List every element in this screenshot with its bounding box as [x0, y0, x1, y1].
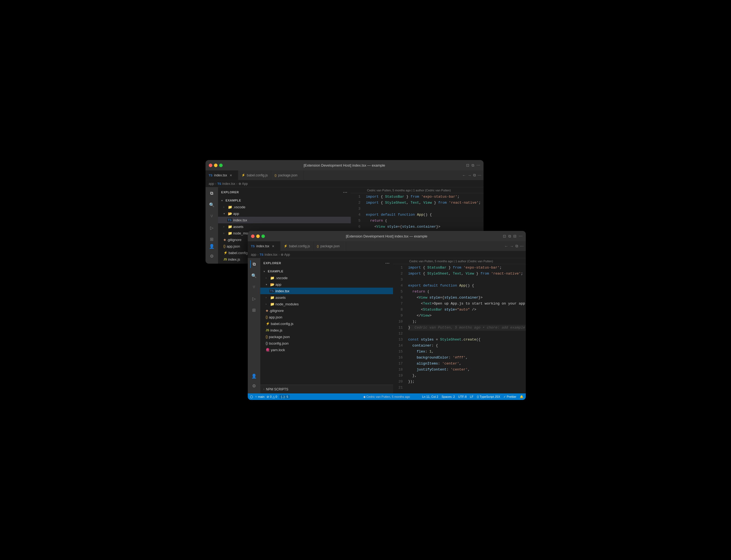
tree-assets[interactable]: › 📁 assets [218, 223, 351, 230]
split-icon[interactable]: ⧉ [471, 163, 474, 168]
tree-node-modules-fg[interactable]: › 📁 node_modules [260, 301, 393, 307]
file-name-fg: index.js [271, 328, 282, 332]
git-file-icon-fg: ◈ [266, 309, 268, 312]
tree-vscode[interactable]: › 📁 .vscode [218, 204, 351, 210]
folder-arrow-fg: › [266, 296, 269, 299]
tab-package-json-fg[interactable]: {} package.json [314, 241, 346, 251]
line-numbers-fg: 12345 678910 1112131415 1617181920 21 [393, 264, 406, 393]
go-back-icon[interactable]: ← [462, 173, 466, 177]
tree-workspace-fg[interactable]: ▾ EXAMPLE [260, 268, 393, 275]
split-icon-fg[interactable]: ⧉ [508, 234, 511, 239]
tab-close-icon[interactable]: × [230, 173, 232, 177]
split-editor-icon[interactable]: ⧉ [473, 173, 476, 177]
tree-vscode-fg[interactable]: › 📁 .vscode [260, 275, 393, 281]
file-name: assets [233, 225, 244, 229]
close-button-fg[interactable] [251, 234, 255, 238]
tree-tsconfig-fg[interactable]: {} tsconfig.json [260, 340, 393, 347]
maximize-button[interactable] [219, 164, 223, 167]
explorer-header-fg: EXPLORER ⋯ [260, 258, 393, 268]
folder-icon: 📁 [228, 225, 232, 229]
git-blame-fg: Cedric van Putten, 5 months ago | 1 auth… [393, 258, 526, 264]
tree-workspace[interactable]: ▾ EXAMPLE [218, 197, 351, 204]
tree-index-tsx-fg[interactable]: TS index.tsx [260, 288, 393, 294]
explorer-panel-fg: EXPLORER ⋯ ▾ EXAMPLE › 📁 .vscode [260, 258, 393, 393]
search-icon-fg[interactable]: 🔍 [250, 272, 258, 279]
activity-bar-fg: ⧉ 🔍 ⑂ ▷ ⊞ 👤 ⚙ [248, 258, 260, 393]
status-ext-badge[interactable]: {..}: 5 [279, 395, 290, 399]
minimize-button-fg[interactable] [256, 234, 260, 238]
settings-icon-fg[interactable]: ⚙ [250, 382, 258, 390]
status-encoding[interactable]: UTF-8 [458, 395, 466, 398]
tree-assets-fg[interactable]: › 📁 assets [260, 294, 393, 301]
more-tabs-icon[interactable]: ⋯ [477, 173, 481, 177]
account-icon[interactable]: 👤 [208, 242, 216, 250]
file-name-fg: .gitignore [269, 309, 284, 313]
status-cursor-pos[interactable]: Ln 11, Col 2 [422, 395, 438, 398]
debug-icon-fg[interactable]: ▷ [250, 295, 258, 302]
split-editor-icon-fg[interactable]: ⧉ [515, 244, 518, 248]
go-back-icon-fg[interactable]: ← [504, 244, 508, 248]
status-formatter[interactable]: ✓ Prettier [503, 395, 516, 399]
tab-index-tsx-fg[interactable]: TS index.tsx × [248, 241, 281, 251]
search-icon[interactable]: 🔍 [208, 201, 216, 209]
explorer-more-icon-fg[interactable]: ⋯ [385, 261, 390, 266]
debug-icon[interactable]: ▷ [208, 224, 216, 231]
explorer-more-icon[interactable]: ⋯ [343, 190, 348, 195]
tree-index-js-fg[interactable]: JS index.js [260, 327, 393, 333]
git-icon[interactable]: ⑂ [208, 212, 216, 220]
go-forward-icon[interactable]: → [468, 173, 471, 177]
tree-package-json-fg[interactable]: {} package.json [260, 333, 393, 340]
tree-gitignore-fg[interactable]: ◈ .gitignore [260, 307, 393, 314]
npm-scripts-section[interactable]: › NPM SCRIPTS [260, 385, 393, 393]
explorer-icon[interactable]: ⧉ [208, 189, 216, 197]
traffic-lights-bg [209, 164, 223, 167]
status-bell-icon[interactable]: 🔔 [520, 395, 523, 399]
git-icon-fg[interactable]: ⑂ [250, 283, 258, 291]
tree-yarn-lock-fg[interactable]: 🧶 yarn.lock [260, 347, 393, 353]
go-forward-icon-fg[interactable]: → [510, 244, 514, 248]
status-language[interactable]: ⟨⟩ TypeScript JSX [477, 395, 500, 399]
tab-package-json[interactable]: {} package.json [271, 170, 304, 180]
tree-babel-fg[interactable]: ⚡ babel.config.js [260, 320, 393, 327]
extensions-icon[interactable]: ⊞ [208, 235, 216, 243]
maximize-button-fg[interactable] [262, 234, 265, 238]
layout-icon-fg[interactable]: ⊡ [503, 234, 506, 238]
status-errors[interactable]: ⊘ 0 △ 0 [267, 395, 277, 399]
account-icon-fg[interactable]: 👤 [250, 372, 258, 380]
status-spaces[interactable]: Spaces: 2 [441, 395, 455, 398]
tab-index-tsx[interactable]: TS index.tsx × [206, 170, 238, 180]
title-bar-actions: ⊡ ⧉ ⋯ [466, 163, 480, 168]
extensions-icon-fg[interactable]: ⊞ [250, 306, 258, 314]
git-branch-name: main [258, 395, 265, 398]
folder-icon-fg: 📁 [270, 276, 275, 280]
layout2-icon-fg[interactable]: ⊟ [513, 234, 516, 238]
tree-index-tsx[interactable]: TS index.tsx [218, 217, 351, 223]
git-file-icon: ◈ [224, 238, 226, 242]
tree-app-fg[interactable]: ▾ 📂 app [260, 281, 393, 288]
tab-babel[interactable]: ⚡ babel.config.js [238, 170, 272, 180]
status-git-branch[interactable]: ⑂ main [255, 395, 265, 398]
more-icon[interactable]: ⋯ [476, 163, 480, 167]
tree-app-json-fg[interactable]: {} app.json [260, 314, 393, 320]
tree-app[interactable]: ▾ 📂 app [218, 210, 351, 217]
tab-label: index.tsx [214, 173, 227, 177]
minimize-button[interactable] [214, 164, 218, 167]
workspace-label: EXAMPLE [226, 199, 241, 202]
more-tabs-icon-fg[interactable]: ⋯ [520, 244, 523, 248]
code-content-fg[interactable]: 12345 678910 1112131415 1617181920 21 im… [393, 264, 526, 393]
status-eol[interactable]: LF [470, 395, 473, 398]
close-button[interactable] [209, 164, 212, 167]
ts-icon: TS [209, 174, 213, 177]
folder-icon-fg: 📁 [270, 302, 275, 306]
tab-close-icon-fg[interactable]: × [272, 244, 274, 248]
tab-babel-fg[interactable]: ⚡ babel.config.js [281, 241, 314, 251]
file-name-fg: yarn.lock [271, 348, 285, 352]
settings-icon[interactable]: ⚙ [208, 252, 216, 260]
tab-bar-right: ← → ⧉ ⋯ [462, 170, 483, 180]
explorer-header-bg: EXPLORER ⋯ [218, 187, 351, 197]
code-area-fg: Cedric van Putten, 5 months ago | 1 auth… [393, 258, 526, 393]
layout-icon[interactable]: ⊡ [466, 163, 469, 167]
more-icon-fg[interactable]: ⋯ [519, 234, 522, 238]
explorer-icon-fg[interactable]: ⧉ [250, 260, 258, 268]
workspace-label-fg: EXAMPLE [268, 270, 284, 273]
